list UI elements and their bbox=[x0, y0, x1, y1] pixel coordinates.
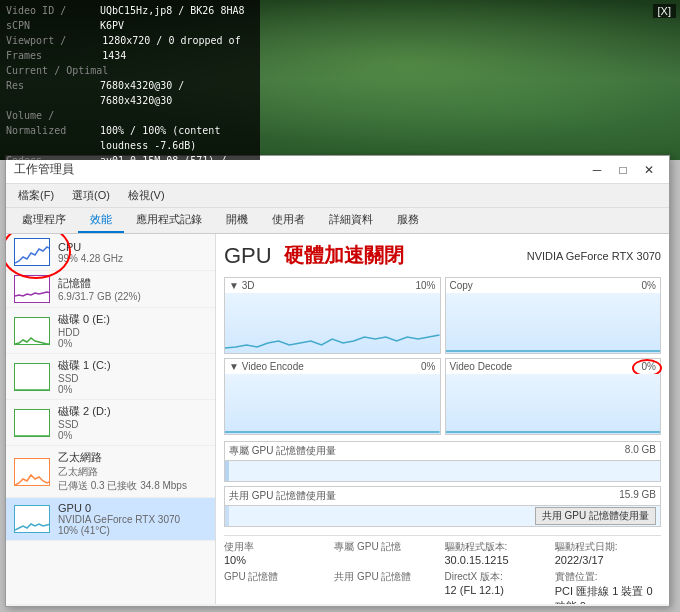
gpu-sidebar-name: GPU 0 bbox=[58, 502, 207, 514]
gpu-sidebar-text: GPU 0 NVIDIA GeForce RTX 3070 10% (41°C) bbox=[58, 502, 207, 536]
video-close-btn[interactable]: [X] bbox=[653, 4, 676, 18]
disk0-chart-svg bbox=[15, 318, 50, 345]
stat-physical-value: PCI 匯排線 1 裝置 0 功能 0 bbox=[555, 584, 661, 604]
chart-3d-title: ▼ 3D bbox=[229, 280, 254, 291]
sidebar-item-network[interactable]: 乙太網路 乙太網路 已傳送 0.3 已接收 34.8 Mbps bbox=[6, 446, 215, 498]
cpu-detail: 99% 4.28 GHz bbox=[58, 253, 207, 264]
stat-dedicated-label: 專屬 GPU 記憶 bbox=[334, 540, 440, 554]
shared-mem-bar: 共用 GPU 記憶體使用量 bbox=[224, 505, 661, 527]
cpu-chart-svg bbox=[15, 239, 50, 266]
shared-mem-total: 15.9 GB bbox=[619, 489, 656, 503]
res-value: 7680x4320@30 / 7680x4320@30 bbox=[100, 78, 254, 108]
close-button[interactable]: ✕ bbox=[637, 160, 661, 180]
stat-usage-value: 10% bbox=[224, 554, 330, 566]
dedicated-mem-fill bbox=[225, 461, 229, 481]
viewport-value: 1280x720 / 0 dropped of 1434 bbox=[102, 33, 254, 63]
tab-app-history[interactable]: 應用程式記錄 bbox=[124, 208, 214, 233]
disk2-chart-svg bbox=[15, 410, 50, 437]
stat-directx-label: DirectX 版本: bbox=[445, 570, 551, 584]
gpu-header: GPU 硬體加速關閉 NVIDIA GeForce RTX 3070 bbox=[224, 242, 661, 269]
shared-mem-label: 共用 GPU 記憶體使用量 bbox=[229, 489, 336, 503]
menu-file[interactable]: 檔案(F) bbox=[10, 186, 62, 205]
window-title: 工作管理員 bbox=[14, 161, 74, 178]
gpu-title: GPU bbox=[224, 243, 272, 269]
disk1-usage: 0% bbox=[58, 384, 207, 395]
minimize-button[interactable]: ─ bbox=[585, 160, 609, 180]
sidebar-item-disk0[interactable]: 磁碟 0 (E:) HDD 0% bbox=[6, 308, 215, 354]
mem-chart-svg bbox=[15, 276, 50, 303]
menubar: 檔案(F) 選項(O) 檢視(V) bbox=[6, 184, 669, 208]
chart-copy-pct: 0% bbox=[642, 280, 656, 291]
menu-options[interactable]: 選項(O) bbox=[64, 186, 118, 205]
sidebar-item-disk1[interactable]: 磁碟 1 (C:) SSD 0% bbox=[6, 354, 215, 400]
net-sidebar-text: 乙太網路 乙太網路 已傳送 0.3 已接收 34.8 Mbps bbox=[58, 450, 207, 493]
shared-mem-label-row: 共用 GPU 記憶體使用量 15.9 GB bbox=[224, 486, 661, 505]
titlebar: 工作管理員 ─ □ ✕ bbox=[6, 156, 669, 184]
shared-mem-button[interactable]: 共用 GPU 記憶體使用量 bbox=[535, 507, 656, 525]
res-label: Res bbox=[6, 78, 96, 108]
hw-accel-notice: 硬體加速關閉 bbox=[284, 242, 404, 269]
video-overlay: Video ID / sCPN UQbC15Hz,jp8 / BK26 8HA8… bbox=[0, 0, 260, 160]
sidebar-item-memory[interactable]: 記憶體 6.9/31.7 GB (22%) bbox=[6, 271, 215, 308]
chart-label-encode: ▼ Video Encode 0% bbox=[225, 359, 440, 374]
dedicated-mem-bar bbox=[224, 460, 661, 482]
volume-label: Volume / bbox=[6, 108, 96, 123]
stat-physical: 實體位置: PCI 匯排線 1 裝置 0 功能 0 bbox=[555, 570, 661, 604]
net-detail: 乙太網路 bbox=[58, 465, 207, 479]
gpu-model: NVIDIA GeForce RTX 3070 bbox=[527, 250, 661, 262]
gpu-main-panel: GPU 硬體加速關閉 NVIDIA GeForce RTX 3070 ▼ 3D … bbox=[216, 234, 669, 604]
chart-area-decode bbox=[446, 374, 661, 434]
chart-cell-copy: Copy 0% bbox=[445, 277, 662, 354]
tab-details[interactable]: 詳細資料 bbox=[317, 208, 385, 233]
codecs-label: Codecs bbox=[6, 153, 96, 160]
stat-physical-label: 實體位置: bbox=[555, 570, 661, 584]
stat-driver-ver-value: 30.0.15.1215 bbox=[445, 554, 551, 566]
mem-name: 記憶體 bbox=[58, 276, 207, 291]
normalized-label: Normalized bbox=[6, 123, 96, 153]
gpu-charts-grid: ▼ 3D 10% Copy 0% bbox=[224, 277, 661, 435]
chart-label-decode: Video Decode 0% bbox=[446, 359, 661, 374]
chart-label-copy: Copy 0% bbox=[446, 278, 661, 293]
stat-dedicated: 專屬 GPU 記憶 bbox=[334, 540, 440, 566]
viewport-label: Viewport / Frames bbox=[6, 33, 98, 63]
chart-encode-title: ▼ Video Encode bbox=[229, 361, 304, 372]
dedicated-mem-label-row: 專屬 GPU 記憶體使用量 8.0 GB bbox=[224, 441, 661, 460]
stat-gpu-mem: GPU 記憶體 bbox=[224, 570, 330, 604]
codecs-value: av01.0.15M.08 (571) / opus (251) bbox=[100, 153, 254, 160]
tab-users[interactable]: 使用者 bbox=[260, 208, 317, 233]
disk1-name: 磁碟 1 (C:) bbox=[58, 358, 207, 373]
disk2-name: 磁碟 2 (D:) bbox=[58, 404, 207, 419]
chart-cell-decode: Video Decode 0% bbox=[445, 358, 662, 435]
tab-processes[interactable]: 處理程序 bbox=[10, 208, 78, 233]
tab-bar: 處理程序 效能 應用程式記錄 開機 使用者 詳細資料 服務 bbox=[6, 208, 669, 234]
stat-driver-ver-label: 驅動程式版本: bbox=[445, 540, 551, 554]
chart-3d-pct: 10% bbox=[415, 280, 435, 291]
net-mini-chart bbox=[14, 458, 50, 486]
cpu-mini-chart bbox=[14, 238, 50, 266]
gpu-chart-svg bbox=[15, 506, 50, 533]
stat-shared-gpu-mem: 共用 GPU 記憶體 bbox=[334, 570, 440, 604]
chart-svg-decode bbox=[446, 374, 661, 434]
disk1-sidebar-text: 磁碟 1 (C:) SSD 0% bbox=[58, 358, 207, 395]
disk0-detail: HDD bbox=[58, 327, 207, 338]
disk2-mini-chart bbox=[14, 409, 50, 437]
chart-area-encode bbox=[225, 374, 440, 434]
chart-encode-pct: 0% bbox=[421, 361, 435, 372]
stat-gpu-mem-label: GPU 記憶體 bbox=[224, 570, 330, 584]
sidebar-item-disk2[interactable]: 磁碟 2 (D:) SSD 0% bbox=[6, 400, 215, 446]
sidebar-item-gpu[interactable]: GPU 0 NVIDIA GeForce RTX 3070 10% (41°C) bbox=[6, 498, 215, 541]
menu-view[interactable]: 檢視(V) bbox=[120, 186, 173, 205]
disk0-sidebar-text: 磁碟 0 (E:) HDD 0% bbox=[58, 312, 207, 349]
maximize-button[interactable]: □ bbox=[611, 160, 635, 180]
tab-performance[interactable]: 效能 bbox=[78, 208, 124, 233]
stat-usage: 使用率 10% bbox=[224, 540, 330, 566]
shared-mem-section: 共用 GPU 記憶體使用量 15.9 GB 共用 GPU 記憶體使用量 bbox=[224, 486, 661, 527]
cpu-name: CPU bbox=[58, 241, 207, 253]
disk1-chart-svg bbox=[15, 364, 50, 391]
chart-copy-title: Copy bbox=[450, 280, 473, 291]
tab-services[interactable]: 服務 bbox=[385, 208, 431, 233]
tab-startup[interactable]: 開機 bbox=[214, 208, 260, 233]
dedicated-mem-label: 專屬 GPU 記憶體使用量 bbox=[229, 444, 336, 458]
sidebar-item-cpu[interactable]: CPU 99% 4.28 GHz bbox=[6, 234, 215, 271]
current-label: Current / Optimal bbox=[6, 63, 108, 78]
